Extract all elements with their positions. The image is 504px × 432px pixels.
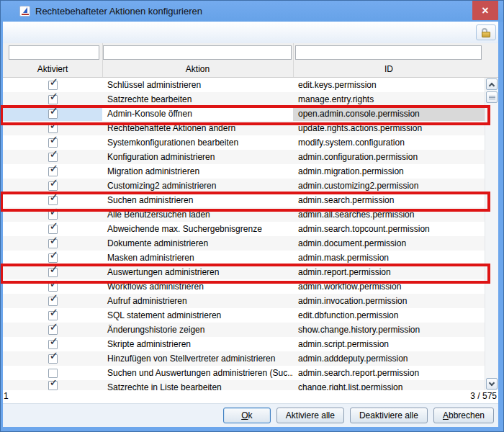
id-cell: open.admin.console.permission xyxy=(293,107,485,121)
check-icon: ✓ xyxy=(50,221,59,232)
checkbox-checked[interactable]: ✓ xyxy=(48,239,58,248)
checkbox-checked[interactable]: ✓ xyxy=(48,282,58,292)
filter-input-id[interactable] xyxy=(295,45,482,60)
column-header-aktiviert[interactable]: Aktiviert xyxy=(3,62,102,76)
aktion-cell: Suchen und Auswertungen administrieren (… xyxy=(102,366,293,380)
aktiviert-cell: ✓ xyxy=(3,380,102,390)
table-row[interactable]: ✓Satzrechte in Liste bearbeitenchange.ri… xyxy=(3,380,485,390)
id-cell: edit.keys.permission xyxy=(293,78,485,92)
id-cell: manage.entry.rights xyxy=(293,92,485,107)
column-header-aktion[interactable]: Aktion xyxy=(102,62,293,76)
aktiviert-cell xyxy=(3,366,102,380)
table-row[interactable]: ✓Alle Benutzersuchen ladenadmin.all.sear… xyxy=(3,207,485,222)
table-row[interactable]: ✓Auswertungen administrierenadmin.report… xyxy=(3,265,485,279)
check-icon: ✓ xyxy=(50,380,59,388)
activate-all-button[interactable]: Aktiviere alle xyxy=(276,408,344,423)
table-row[interactable]: ✓Migration administrierenadmin.migration… xyxy=(3,164,485,179)
vertical-scrollbar[interactable] xyxy=(485,78,498,390)
aktion-cell: Schlüssel administrieren xyxy=(102,78,293,92)
id-cell: edit.dbfunction.permission xyxy=(293,308,485,323)
checkbox-checked[interactable]: ✓ xyxy=(48,381,58,390)
status-row-indicator: 1 xyxy=(4,391,9,401)
checkbox-checked[interactable]: ✓ xyxy=(48,181,58,191)
table-row[interactable]: ✓Masken administrierenadmin.mask.permiss… xyxy=(3,251,485,265)
check-icon: ✓ xyxy=(50,207,59,217)
table-row[interactable]: ✓Abweichende max. Suchergebnisgrenzeadmi… xyxy=(3,222,485,236)
checkbox-checked[interactable]: ✓ xyxy=(48,325,58,335)
check-icon: ✓ xyxy=(50,235,59,246)
checkbox-checked[interactable]: ✓ xyxy=(48,297,58,306)
table-row[interactable]: ✓Satzrechte bearbeitenmanage.entry.right… xyxy=(3,92,485,107)
scroll-up-button[interactable] xyxy=(486,78,498,90)
chevron-down-icon xyxy=(489,379,495,385)
aktion-cell: Workflows administrieren xyxy=(102,279,293,294)
checkbox-checked[interactable]: ✓ xyxy=(48,225,58,234)
aktion-cell: Abweichende max. Suchergebnisgrenze xyxy=(102,222,293,236)
title-bar: Rechtebehafteter Aktionen konfigurieren … xyxy=(1,1,503,22)
checkbox-checked[interactable]: ✓ xyxy=(48,210,58,220)
id-cell: change.right.list.permission xyxy=(293,380,485,390)
aktion-cell: SQL statement administrieren xyxy=(102,308,293,323)
thumb-grip-icon xyxy=(489,96,495,99)
table-row[interactable]: ✓Workflows administrierenadmin.workflow.… xyxy=(3,279,485,294)
aktion-cell: Skripte administrieren xyxy=(102,337,293,351)
checkbox-checked[interactable]: ✓ xyxy=(48,311,58,320)
table-row[interactable]: ✓Rechtebehaftete Aktionen ändernupdate.r… xyxy=(3,121,485,135)
id-cell: admin.mask.permission xyxy=(293,251,485,265)
check-icon: ✓ xyxy=(50,264,59,275)
checkbox-checked[interactable]: ✓ xyxy=(48,153,58,162)
filter-input-aktion[interactable] xyxy=(103,45,292,60)
check-icon: ✓ xyxy=(50,106,59,117)
table-row[interactable]: ✓Schlüssel administrierenedit.keys.permi… xyxy=(3,78,485,92)
table-row-selected[interactable]: ✓Admin-Konsole öffnenopen.admin.console.… xyxy=(3,107,485,121)
table-row[interactable]: ✓Aufruf administrierenadmin.invocation.p… xyxy=(3,294,485,308)
checkbox-checked[interactable]: ✓ xyxy=(48,268,58,277)
id-cell: admin.workflow.permission xyxy=(293,279,485,294)
sailboat-icon xyxy=(23,7,27,13)
checkbox-checked[interactable]: ✓ xyxy=(48,81,58,90)
table-row[interactable]: ✓Dokumente administrierenadmin.document.… xyxy=(3,236,485,251)
check-icon: ✓ xyxy=(50,250,59,261)
checkbox-checked[interactable]: ✓ xyxy=(48,95,58,104)
checkbox-checked[interactable]: ✓ xyxy=(48,124,58,133)
id-cell: admin.document.permission xyxy=(293,236,485,251)
checkbox-checked[interactable]: ✓ xyxy=(48,138,58,148)
check-icon: ✓ xyxy=(50,307,59,318)
aktion-cell: Auswertungen administrieren xyxy=(102,265,293,279)
table-row[interactable]: ✓Skripte administrierenadmin.script.perm… xyxy=(3,337,485,351)
aktion-cell: Dokumente administrieren xyxy=(102,236,293,251)
column-header-id[interactable]: ID xyxy=(293,62,485,76)
checkbox-unchecked[interactable] xyxy=(48,369,58,378)
checkbox-checked[interactable]: ✓ xyxy=(48,340,58,349)
checkbox-checked[interactable]: ✓ xyxy=(48,354,58,364)
close-button[interactable]: × xyxy=(472,1,498,20)
filter-input-aktiviert[interactable] xyxy=(9,45,99,60)
table-row[interactable]: Suchen und Auswertungen administrieren (… xyxy=(3,366,485,380)
id-cell: admin.configuration.permission xyxy=(293,150,485,164)
aktion-cell: Satzrechte bearbeiten xyxy=(102,92,293,107)
table-row[interactable]: ✓SQL statement administrierenedit.dbfunc… xyxy=(3,308,485,323)
table-row[interactable]: ✓Suchen administrierenadmin.search.permi… xyxy=(3,193,485,207)
table-row[interactable]: ✓Hinzufügen von Stellvertreter administr… xyxy=(3,351,485,366)
ok-button[interactable]: Ok xyxy=(223,408,271,423)
cancel-button[interactable]: Abbrechen xyxy=(433,408,494,423)
aktion-cell: Customizing2 administrieren xyxy=(102,179,293,193)
table-row[interactable]: ✓Konfiguration administrierenadmin.confi… xyxy=(3,150,485,164)
footer-button-bar: OkAktiviere alleDeaktiviere alleAbbreche… xyxy=(3,403,498,427)
check-icon: ✓ xyxy=(50,279,59,289)
table-row[interactable]: ✓Customizing2 administrierenadmin.custom… xyxy=(3,179,485,193)
table-row[interactable]: ✓Änderungshistorie zeigenshow.change.his… xyxy=(3,323,485,337)
app-icon xyxy=(19,6,30,17)
scrollbar-thumb[interactable] xyxy=(486,91,498,103)
check-icon: ✓ xyxy=(50,135,59,145)
checkbox-checked[interactable]: ✓ xyxy=(48,253,58,263)
checkbox-checked[interactable]: ✓ xyxy=(48,109,58,119)
deactivate-all-button[interactable]: Deaktiviere alle xyxy=(350,408,428,423)
lock-button[interactable] xyxy=(476,24,496,40)
scroll-down-button[interactable] xyxy=(486,378,498,390)
checkbox-checked[interactable]: ✓ xyxy=(48,167,58,176)
aktion-cell: Migration administrieren xyxy=(102,164,293,179)
checkbox-checked[interactable]: ✓ xyxy=(48,196,58,205)
id-cell: admin.all.searches.permission xyxy=(293,207,485,222)
table-row[interactable]: ✓Systemkonfigurationen bearbeitenmodify.… xyxy=(3,135,485,150)
